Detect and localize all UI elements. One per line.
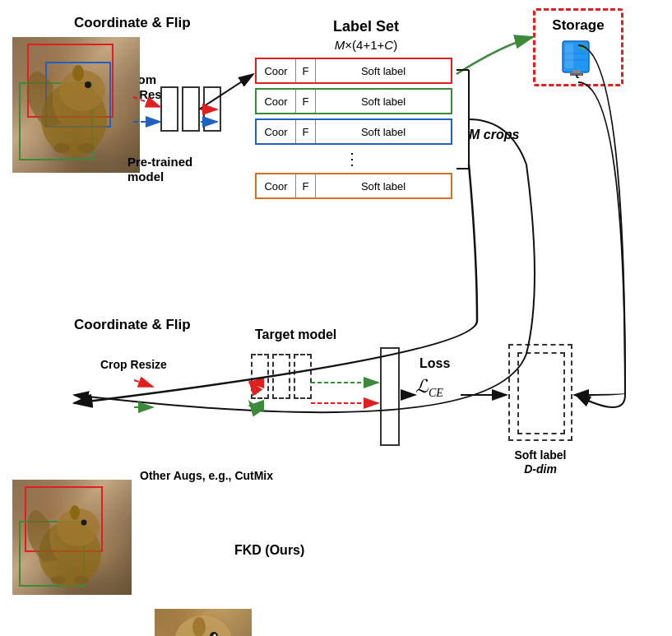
label-table: Coor F Soft label Coor F Soft label Coor…	[255, 58, 452, 203]
label-set-formula: M×(4+1+C)	[280, 38, 452, 52]
crop-resize-label: Crop Resize	[100, 358, 167, 371]
loss-label: Loss	[419, 356, 450, 371]
svg-point-4	[53, 143, 70, 153]
svg-point-18	[74, 576, 89, 584]
label-dots: ⋮	[255, 149, 452, 169]
cell-soft-2: Soft label	[316, 90, 451, 113]
cell-coor-2: Coor	[257, 90, 296, 113]
svg-point-16	[70, 505, 80, 520]
cell-f-3: F	[296, 120, 316, 143]
cell-soft-3: Soft label	[316, 120, 451, 143]
cell-coor-3: Coor	[257, 120, 296, 143]
cell-f-2: F	[296, 90, 316, 113]
pretrained-label: Pre-trainedmodel	[127, 155, 192, 184]
storage-box: Storage	[533, 8, 623, 86]
cell-soft-4: Soft label	[316, 174, 451, 197]
svg-rect-7	[565, 44, 573, 68]
cell-f-4: F	[296, 174, 316, 197]
d-dim-text: D-dim	[499, 462, 582, 476]
nn-block-2	[182, 86, 200, 132]
soft-label-dashed-outer	[508, 344, 572, 441]
squirrel-image-bottom-left	[12, 480, 132, 595]
label-row-red: Coor F Soft label	[255, 58, 452, 84]
target-nn-blocks	[251, 354, 312, 399]
fkd-label: FKD (Ours)	[234, 543, 304, 558]
coord-flip-bottom-label: Coordinate & Flip	[74, 317, 191, 333]
nn-block-1	[160, 86, 178, 132]
svg-point-23	[192, 617, 206, 636]
storage-label: Storage	[552, 17, 604, 34]
squirrel-image-bottom-right	[155, 609, 252, 636]
soft-label-text: Soft label	[499, 448, 582, 462]
other-augs-label: Other Augs, e.g., CutMix	[140, 469, 273, 482]
target-model-label: Target model	[255, 327, 336, 342]
cell-f-1: F	[296, 59, 316, 82]
pretrained-nn-blocks	[160, 86, 221, 132]
squirrel-image-top	[12, 37, 140, 173]
m-crops-label: M crops	[469, 128, 519, 142]
nn-dashed-block-3	[294, 354, 312, 399]
nn-dashed-block-2	[272, 354, 290, 399]
svg-line-39	[134, 380, 153, 387]
label-row-orange: Coor F Soft label	[255, 173, 452, 199]
svg-line-42	[249, 402, 253, 407]
svg-point-17	[51, 576, 66, 584]
diagram-container: Coordinate & Flip RandomCrop Resize	[0, 0, 672, 636]
coord-flip-top-label: Coordinate & Flip	[74, 15, 191, 31]
loss-formula: ℒCE	[415, 376, 443, 400]
label-set-title: Label Set	[280, 18, 452, 35]
label-row-blue: Coor F Soft label	[255, 118, 452, 145]
svg-point-3	[72, 65, 84, 81]
svg-point-2	[85, 81, 91, 88]
output-block-bottom	[380, 347, 400, 446]
cell-soft-1: Soft label	[316, 59, 451, 82]
svg-point-15	[81, 520, 87, 526]
storage-icon	[556, 37, 601, 78]
soft-label-dashed-inner	[517, 352, 565, 434]
cell-coor-4: Coor	[257, 174, 296, 197]
nn-block-3	[203, 86, 221, 132]
nn-dashed-block-1	[251, 354, 269, 399]
cell-coor-1: Coor	[257, 59, 296, 82]
svg-point-5	[78, 143, 95, 153]
label-row-green: Coor F Soft label	[255, 88, 452, 114]
svg-point-10	[580, 44, 585, 49]
